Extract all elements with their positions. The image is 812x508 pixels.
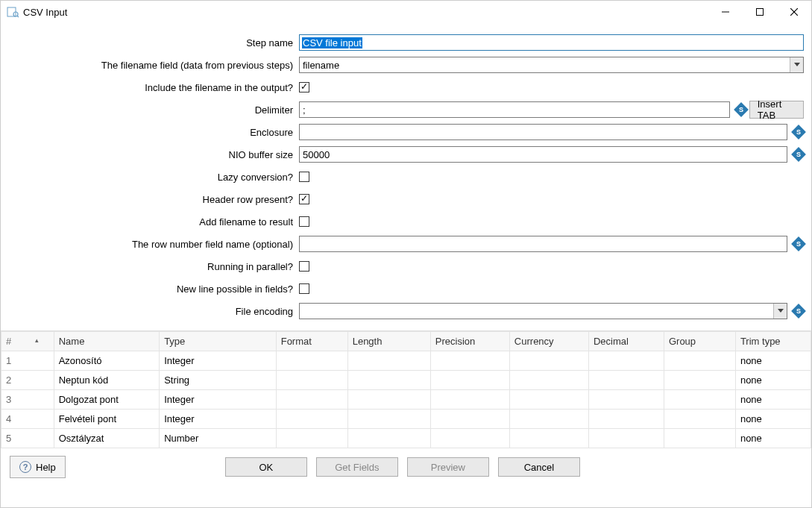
- insert-tab-button[interactable]: Insert TAB: [749, 101, 804, 119]
- col-header-name[interactable]: Name: [54, 332, 159, 351]
- cell-trim[interactable]: none: [735, 410, 811, 429]
- variable-icon[interactable]: S: [734, 102, 749, 117]
- cell-name[interactable]: Neptun kód: [54, 371, 159, 390]
- window-close-button[interactable]: [777, 1, 811, 23]
- window-minimize-button[interactable]: [708, 1, 743, 23]
- cell-currency[interactable]: [509, 371, 588, 390]
- cell-length[interactable]: [347, 371, 430, 390]
- col-header-type[interactable]: Type: [160, 332, 277, 351]
- cell-name[interactable]: Dolgozat pont: [54, 390, 159, 410]
- cell-format[interactable]: [276, 390, 347, 410]
- lazy-checkbox[interactable]: [299, 172, 309, 182]
- lazy-label: Lazy conversion?: [8, 172, 299, 183]
- cell-decimal[interactable]: [588, 390, 664, 410]
- cell-trim[interactable]: none: [735, 429, 811, 448]
- encoding-input[interactable]: [299, 303, 787, 319]
- help-button[interactable]: ? Help: [10, 456, 66, 478]
- col-header-trim[interactable]: Trim type: [735, 332, 811, 351]
- cell-length[interactable]: [347, 429, 430, 448]
- cell-group[interactable]: [664, 390, 735, 410]
- cell-n[interactable]: 3: [1, 390, 54, 410]
- nio-input[interactable]: [299, 146, 787, 163]
- get-fields-button[interactable]: Get Fields: [316, 457, 398, 477]
- cell-type[interactable]: String: [160, 371, 277, 390]
- cell-decimal[interactable]: [588, 351, 664, 371]
- cell-format[interactable]: [276, 351, 347, 371]
- cell-type[interactable]: Number: [160, 429, 277, 448]
- encoding-combo[interactable]: [299, 303, 787, 319]
- filename-field-combo[interactable]: [299, 57, 804, 73]
- cell-precision[interactable]: [430, 429, 509, 448]
- ok-button[interactable]: OK: [225, 457, 307, 477]
- cell-decimal[interactable]: [588, 410, 664, 429]
- cell-precision[interactable]: [430, 371, 509, 390]
- cell-length[interactable]: [347, 351, 430, 371]
- cell-precision[interactable]: [430, 410, 509, 429]
- delimiter-input[interactable]: [299, 101, 730, 118]
- enclosure-input[interactable]: [299, 124, 787, 140]
- step-name-input[interactable]: CSV file input: [299, 34, 804, 51]
- cell-length[interactable]: [347, 390, 430, 410]
- cell-n[interactable]: 2: [1, 371, 54, 390]
- table-row[interactable]: 3Dolgozat pontIntegernone: [1, 390, 811, 410]
- cell-trim[interactable]: none: [735, 351, 811, 371]
- cell-precision[interactable]: [430, 351, 509, 371]
- cancel-button[interactable]: Cancel: [498, 457, 580, 477]
- variable-icon[interactable]: S: [791, 304, 806, 319]
- cell-n[interactable]: 1: [1, 351, 54, 371]
- include-filename-checkbox[interactable]: [299, 82, 309, 92]
- cell-group[interactable]: [664, 410, 735, 429]
- preview-button[interactable]: Preview: [407, 457, 489, 477]
- cell-precision[interactable]: [430, 390, 509, 410]
- cell-group[interactable]: [664, 351, 735, 371]
- cell-trim[interactable]: none: [735, 371, 811, 390]
- cell-group[interactable]: [664, 429, 735, 448]
- addfn-checkbox[interactable]: [299, 216, 309, 227]
- cell-name[interactable]: Azonosító: [54, 351, 159, 371]
- col-header-currency[interactable]: Currency: [509, 332, 588, 351]
- cell-decimal[interactable]: [588, 429, 664, 448]
- cell-currency[interactable]: [509, 351, 588, 371]
- cell-currency[interactable]: [509, 390, 588, 410]
- cell-trim[interactable]: none: [735, 390, 811, 410]
- newline-checkbox[interactable]: [299, 283, 309, 294]
- cell-type[interactable]: Integer: [160, 351, 277, 371]
- col-header-row[interactable]: #▴: [1, 332, 54, 351]
- cell-currency[interactable]: [509, 429, 588, 448]
- table-row[interactable]: 1AzonosítóIntegernone: [1, 351, 811, 371]
- cell-format[interactable]: [276, 429, 347, 448]
- cell-format[interactable]: [276, 371, 347, 390]
- variable-icon[interactable]: S: [791, 236, 806, 251]
- chevron-down-icon[interactable]: [773, 304, 787, 319]
- cell-name[interactable]: Felvételi pont: [54, 410, 159, 429]
- col-header-group[interactable]: Group: [664, 332, 735, 351]
- form-area: Step name CSV file input The filename fi…: [1, 23, 811, 327]
- cell-n[interactable]: 5: [1, 429, 54, 448]
- cell-currency[interactable]: [509, 410, 588, 429]
- cell-type[interactable]: Integer: [160, 410, 277, 429]
- table-row[interactable]: 4Felvételi pontIntegernone: [1, 410, 811, 429]
- parallel-checkbox[interactable]: [299, 261, 309, 272]
- cell-n[interactable]: 4: [1, 410, 54, 429]
- col-header-length[interactable]: Length: [347, 332, 430, 351]
- variable-icon[interactable]: S: [791, 147, 806, 162]
- cell-group[interactable]: [664, 371, 735, 390]
- cell-length[interactable]: [347, 410, 430, 429]
- table-row[interactable]: 5OsztályzatNumbernone: [1, 429, 811, 448]
- col-header-precision[interactable]: Precision: [430, 332, 509, 351]
- chevron-down-icon[interactable]: [790, 57, 803, 72]
- help-label: Help: [36, 462, 56, 473]
- cell-name[interactable]: Osztályzat: [54, 429, 159, 448]
- cell-type[interactable]: Integer: [160, 390, 277, 410]
- cell-format[interactable]: [276, 410, 347, 429]
- table-row[interactable]: 2Neptun kódStringnone: [1, 371, 811, 390]
- cell-decimal[interactable]: [588, 371, 664, 390]
- header-checkbox[interactable]: [299, 194, 309, 204]
- col-header-format[interactable]: Format: [276, 332, 347, 351]
- col-header-decimal[interactable]: Decimal: [588, 332, 664, 351]
- window-title: CSV Input: [23, 7, 67, 18]
- rownum-input[interactable]: [299, 236, 787, 252]
- filename-field-input[interactable]: [299, 57, 804, 73]
- variable-icon[interactable]: S: [791, 125, 806, 139]
- window-maximize-button[interactable]: [743, 1, 777, 23]
